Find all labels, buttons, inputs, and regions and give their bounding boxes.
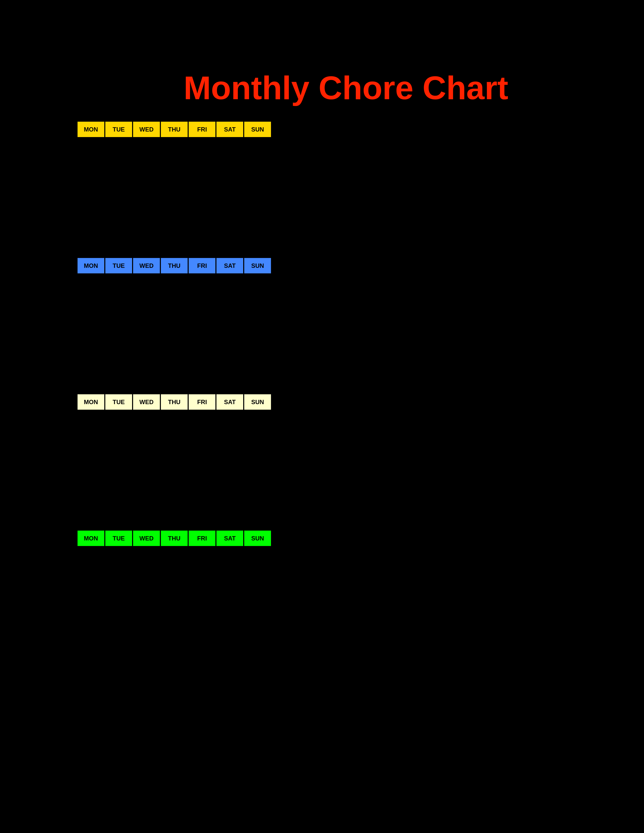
week4-days: MON TUE WED THU FRI SAT SUN: [77, 530, 272, 547]
week1-wed: WED: [133, 121, 160, 138]
week3-row: MON TUE WED THU FRI SAT SUN: [77, 394, 272, 410]
week1-mon: MON: [77, 121, 105, 138]
page-title: Monthly Chore Chart: [184, 69, 468, 107]
week3-sun: SUN: [244, 394, 272, 410]
week2-days: MON TUE WED THU FRI SAT SUN: [77, 257, 272, 274]
week1-row: MON TUE WED THU FRI SAT SUN: [77, 121, 272, 138]
week2-fri: FRI: [188, 257, 216, 274]
week1-fri: FRI: [188, 121, 216, 138]
week2-tue: TUE: [105, 257, 133, 274]
week4-wed: WED: [133, 530, 160, 547]
week1-tue: TUE: [105, 121, 133, 138]
week2-sun: SUN: [244, 257, 272, 274]
week1-days: MON TUE WED THU FRI SAT SUN: [77, 121, 272, 138]
week1-sat: SAT: [216, 121, 244, 138]
week3-thu: THU: [160, 394, 188, 410]
week1-sun: SUN: [244, 121, 272, 138]
week1-thu: THU: [160, 121, 188, 138]
week4-sun: SUN: [244, 530, 272, 547]
week4-row: MON TUE WED THU FRI SAT SUN: [77, 530, 272, 547]
week3-mon: MON: [77, 394, 105, 410]
week3-fri: FRI: [188, 394, 216, 410]
week4-mon: MON: [77, 530, 105, 547]
week3-tue: TUE: [105, 394, 133, 410]
week4-sat: SAT: [216, 530, 244, 547]
week2-row: MON TUE WED THU FRI SAT SUN: [77, 257, 272, 274]
week3-sat: SAT: [216, 394, 244, 410]
week4-fri: FRI: [188, 530, 216, 547]
week2-thu: THU: [160, 257, 188, 274]
week2-mon: MON: [77, 257, 105, 274]
week4-tue: TUE: [105, 530, 133, 547]
week4-thu: THU: [160, 530, 188, 547]
week2-wed: WED: [133, 257, 160, 274]
week3-wed: WED: [133, 394, 160, 410]
week3-days: MON TUE WED THU FRI SAT SUN: [77, 394, 272, 410]
title-text: Monthly Chore Chart: [184, 69, 509, 107]
week2-sat: SAT: [216, 257, 244, 274]
